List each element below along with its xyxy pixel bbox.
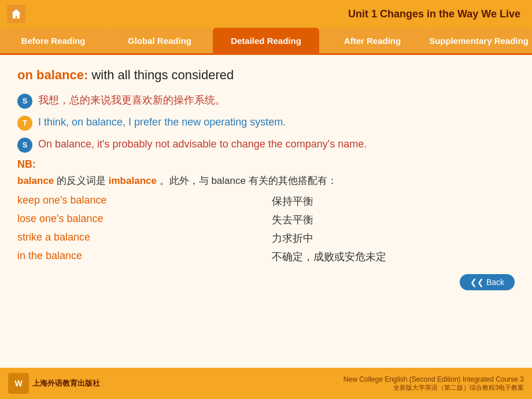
nb-label: NB: <box>17 158 515 171</box>
colloc-en-1: keep one's balance <box>17 194 260 208</box>
phrase-header: on balance: with all things considered <box>17 66 515 84</box>
nb-text-3: 。此外，与 balance 有关的其他搭配有： <box>160 175 337 186</box>
colloc-cn-2: 失去平衡 <box>272 213 515 227</box>
example-row-1: S 我想，总的来说我更喜欢新的操作系统。 <box>17 93 515 109</box>
tab-before-reading[interactable]: Before Reading <box>0 28 106 53</box>
colloc-cn-4: 不确定，成败或安危未定 <box>272 250 515 264</box>
colloc-en-2: lose one's balance <box>17 213 260 227</box>
example-row-3: S On balance, it's probably not advisabl… <box>17 136 515 153</box>
nb-section: NB: balance 的反义词是 imbalance 。此外，与 balanc… <box>17 158 515 264</box>
colloc-cn-3: 力求折中 <box>272 231 515 245</box>
tab-global-reading[interactable]: Global Reading <box>106 28 213 53</box>
nav-tabs: Before Reading Global Reading Detailed R… <box>0 28 532 53</box>
content-area: on balance: with all things considered S… <box>0 53 532 377</box>
badge-t-1: T <box>17 116 32 131</box>
nb-imbalance-word: imbalance <box>109 175 157 186</box>
example-text-cn2-1: On balance, it's probably not advisable … <box>38 136 367 152</box>
home-icon[interactable] <box>7 5 25 23</box>
phrase-definition: with all things considered <box>91 68 234 82</box>
collocation-table: keep one's balance 保持平衡 lose one's balan… <box>17 194 515 264</box>
bottom-bar: W 上海外语教育出版社 New College English (Second … <box>0 368 532 399</box>
colloc-en-4: in the balance <box>17 250 260 264</box>
unit-title: Unit 1 Changes in the Way We Live <box>348 8 525 20</box>
nb-text-2: 的反义词是 <box>57 175 109 186</box>
bottom-line1: New College English (Second Edition) Int… <box>343 375 524 383</box>
example-text-cn-1: 我想，总的来说我更喜欢新的操作系统。 <box>38 93 226 108</box>
top-bar: Unit 1 Changes in the Way We Live <box>0 0 532 28</box>
colloc-en-3: strike a balance <box>17 231 260 245</box>
bottom-line2: 全新版大学英语（第二版）综合教程3电子教案 <box>343 383 524 392</box>
back-arrow-icon: ❮❮ <box>470 278 484 287</box>
example-row-2: T I think, on balance, I prefer the new … <box>17 114 515 131</box>
publisher-logo: W 上海外语教育出版社 <box>8 373 100 394</box>
badge-s-2: S <box>17 138 32 153</box>
badge-s-1: S <box>17 94 32 109</box>
tab-detailed-reading[interactable]: Detailed Reading <box>213 28 319 53</box>
back-label: Back <box>486 278 504 287</box>
colloc-cn-1: 保持平衡 <box>272 194 515 208</box>
example-text-en-1: I think, on balance, I prefer the new op… <box>38 114 286 130</box>
back-button[interactable]: ❮❮ Back <box>460 274 515 290</box>
publisher-name: 上海外语教育出版社 <box>32 378 100 389</box>
bottom-right-info: New College English (Second Edition) Int… <box>343 375 524 392</box>
nb-text: balance 的反义词是 imbalance 。此外，与 balance 有关… <box>17 173 515 190</box>
tab-after-reading[interactable]: After Reading <box>319 28 426 53</box>
tab-supplementary-reading[interactable]: Supplementary Reading <box>426 28 532 53</box>
phrase-term: on balance: <box>17 68 88 82</box>
nb-balance-word: balance <box>17 175 54 186</box>
publisher-icon: W <box>8 373 29 394</box>
